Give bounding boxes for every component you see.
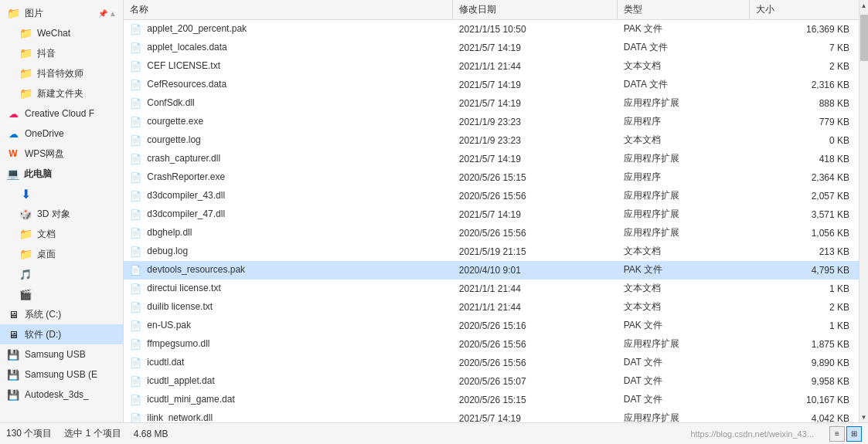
- table-row[interactable]: 📄 duilib license.txt 2021/1/1 21:44 文本文档…: [124, 298, 859, 317]
- file-name-cell: 📄 CEF LICENSE.txt: [124, 57, 453, 76]
- file-type-cell: PAK 文件: [618, 20, 749, 39]
- file-type-cell: 文本文档: [618, 131, 749, 150]
- file-date-cell: 2021/5/7 14:19: [453, 409, 618, 423]
- view-mode-buttons: ≡ ⊞: [829, 426, 862, 442]
- file-type-cell: 文本文档: [618, 298, 749, 317]
- video-icon: 🎬: [19, 287, 32, 301]
- view-detail-button[interactable]: ⊞: [846, 426, 862, 442]
- file-type-icon: 📄: [130, 246, 141, 257]
- table-row[interactable]: 📄 icudtl_applet.dat 2020/5/26 15:07 DAT …: [124, 372, 859, 391]
- file-name: ilink_network.dll: [147, 412, 213, 422]
- file-type-cell: DAT 文件: [618, 391, 749, 409]
- table-row[interactable]: 📄 courgette.exe 2021/1/9 23:23 应用程序 779 …: [124, 113, 859, 131]
- scroll-track[interactable]: [859, 11, 869, 412]
- sidebar: 📁 图片 📌 ▲ 📁 WeChat 📁 抖音 📁 抖音特效师 📁 新建文件夹 ☁…: [0, 0, 124, 422]
- sidebar-item-douyin-effect[interactable]: 📁 抖音特效师: [0, 63, 123, 83]
- sidebar-item-label: 文档: [37, 228, 56, 241]
- sidebar-item-samsung-usb[interactable]: 💾 Samsung USB: [0, 344, 123, 364]
- table-row[interactable]: 📄 courgette.log 2021/1/9 23:23 文本文档 0 KB: [124, 131, 859, 150]
- file-name-cell: 📄 ilink_network.dll: [124, 409, 453, 423]
- table-row[interactable]: 📄 en-US.pak 2020/5/26 15:16 PAK 文件 1 KB: [124, 317, 859, 335]
- table-row[interactable]: 📄 CrashReporter.exe 2020/5/26 15:15 应用程序…: [124, 168, 859, 187]
- table-row[interactable]: 📄 dbghelp.dll 2020/5/26 15:56 应用程序扩展 1,0…: [124, 224, 859, 242]
- main-container: 📁 图片 📌 ▲ 📁 WeChat 📁 抖音 📁 抖音特效师 📁 新建文件夹 ☁…: [0, 0, 868, 422]
- sidebar-item-desktop[interactable]: 📁 桌面: [0, 244, 123, 264]
- file-type-cell: 应用程序扩展: [618, 224, 749, 242]
- sidebar-section-this-pc[interactable]: 💻 此电脑: [0, 164, 123, 184]
- file-name-cell: 📄 en-US.pak: [124, 317, 453, 335]
- sidebar-item-software-d[interactable]: 🖥 软件 (D:): [0, 324, 123, 344]
- scroll-thumb[interactable]: [860, 15, 868, 61]
- sidebar-item-music[interactable]: 🎵: [0, 264, 123, 284]
- sidebar-item-3d-objects[interactable]: 🎲 3D 对象: [0, 204, 123, 224]
- file-type-cell: 应用程序: [618, 113, 749, 131]
- sidebar-item-wps-cloud[interactable]: W WPS网盘: [0, 144, 123, 164]
- file-type-cell: DAT 文件: [618, 372, 749, 391]
- table-row[interactable]: 📄 CEF LICENSE.txt 2021/1/1 21:44 文本文档 2 …: [124, 57, 859, 76]
- col-header-date[interactable]: 修改日期: [453, 0, 618, 20]
- table-row[interactable]: 📄 ConfSdk.dll 2021/5/7 14:19 应用程序扩展 888 …: [124, 94, 859, 113]
- sidebar-item-creative-cloud[interactable]: ☁ Creative Cloud F: [0, 103, 123, 124]
- sidebar-item-label: 抖音特效师: [37, 67, 83, 80]
- sidebar-item-label: WPS网盘: [25, 147, 64, 161]
- file-name-cell: 📄 courgette.log: [124, 131, 453, 150]
- usb-drive-icon: 💾: [6, 347, 20, 361]
- sidebar-item-label: Creative Cloud F: [25, 108, 94, 119]
- file-date-cell: 2021/1/9 23:23: [453, 113, 618, 131]
- table-row[interactable]: 📄 ffmpegsumo.dll 2020/5/26 15:56 应用程序扩展 …: [124, 335, 859, 354]
- sidebar-item-autodesk[interactable]: 💾 Autodesk_3ds_: [0, 385, 123, 405]
- sidebar-item-video[interactable]: 🎬: [0, 284, 123, 304]
- right-scrollbar[interactable]: ▲ ▼: [859, 0, 868, 422]
- view-list-button[interactable]: ≡: [829, 426, 845, 442]
- file-type-cell: 应用程序扩展: [618, 150, 749, 168]
- table-row[interactable]: 📄 applet_locales.data 2021/5/7 14:19 DAT…: [124, 39, 859, 57]
- file-name: applet_locales.data: [147, 42, 226, 53]
- file-type-cell: DATA 文件: [618, 39, 749, 57]
- file-name-cell: 📄 icudtl.dat: [124, 354, 453, 372]
- col-header-size[interactable]: 大小: [749, 0, 859, 20]
- file-type-icon: 📄: [130, 228, 141, 239]
- sidebar-item-onedrive[interactable]: ☁ OneDrive: [0, 124, 123, 144]
- sidebar-item-system-c[interactable]: 🖥 系统 (C:): [0, 304, 123, 324]
- file-name-cell: 📄 ffmpegsumo.dll: [124, 335, 453, 354]
- col-header-name[interactable]: 名称: [124, 0, 453, 20]
- table-row[interactable]: 📄 icudtl.dat 2020/5/26 15:56 DAT 文件 9,89…: [124, 354, 859, 372]
- table-row[interactable]: 📄 debug.log 2021/5/19 21:15 文本文档 213 KB: [124, 242, 859, 261]
- sidebar-item-pictures[interactable]: 📁 图片 📌 ▲: [0, 3, 123, 23]
- table-row[interactable]: 📄 crash_capturer.dll 2021/5/7 14:19 应用程序…: [124, 150, 859, 168]
- sidebar-item-label: WeChat: [37, 28, 70, 39]
- sidebar-item-douyin[interactable]: 📁 抖音: [0, 43, 123, 63]
- table-row[interactable]: 📄 CefResources.data 2021/5/7 14:19 DATA …: [124, 76, 859, 94]
- content-area: 名称 修改日期 类型 大小 📄 applet_200_percent.pak 2…: [124, 0, 859, 422]
- file-type-cell: DATA 文件: [618, 76, 749, 94]
- table-row[interactable]: 📄 directui license.txt 2021/1/1 21:44 文本…: [124, 280, 859, 298]
- file-name: directui license.txt: [147, 283, 220, 293]
- pin-icon: 📌: [98, 9, 107, 18]
- file-size-cell: 2,316 KB: [749, 76, 859, 94]
- file-date-cell: 2020/5/26 15:56: [453, 187, 618, 205]
- col-header-type[interactable]: 类型: [618, 0, 749, 20]
- table-row[interactable]: 📄 icudtl_mini_game.dat 2020/5/26 15:15 D…: [124, 391, 859, 409]
- file-name: courgette.exe: [147, 116, 203, 127]
- table-row[interactable]: 📄 d3dcompiler_43.dll 2020/5/26 15:56 应用程…: [124, 187, 859, 205]
- file-type-icon: 📄: [130, 283, 141, 294]
- selected-count: 选中 1 个项目: [64, 427, 121, 440]
- scroll-down-arrow[interactable]: ▼: [859, 412, 869, 422]
- sidebar-item-new-folder[interactable]: 📁 新建文件夹: [0, 83, 123, 103]
- sidebar-item-downloads[interactable]: ⬇: [0, 184, 123, 204]
- table-row[interactable]: 📄 devtools_resources.pak 2020/4/10 9:01 …: [124, 261, 859, 280]
- file-date-cell: 2021/5/19 21:15: [453, 242, 618, 261]
- file-type-icon: 📄: [130, 413, 141, 422]
- sidebar-item-wechat[interactable]: 📁 WeChat: [0, 23, 123, 43]
- file-date-cell: 2021/1/1 21:44: [453, 298, 618, 317]
- sidebar-item-documents[interactable]: 📁 文档: [0, 224, 123, 244]
- scroll-up-arrow[interactable]: ▲: [859, 0, 869, 11]
- status-bar: 130 个项目 选中 1 个项目 4.68 MB https://blog.cs…: [0, 422, 868, 444]
- file-name-cell: 📄 d3dcompiler_47.dll: [124, 205, 453, 224]
- table-row[interactable]: 📄 d3dcompiler_47.dll 2021/5/7 14:19 应用程序…: [124, 205, 859, 224]
- sidebar-item-samsung-usb-e[interactable]: 💾 Samsung USB (E: [0, 364, 123, 385]
- wps-icon: W: [6, 147, 20, 161]
- table-row[interactable]: 📄 applet_200_percent.pak 2021/1/15 10:50…: [124, 20, 859, 39]
- file-list[interactable]: 名称 修改日期 类型 大小 📄 applet_200_percent.pak 2…: [124, 0, 859, 422]
- table-row[interactable]: 📄 ilink_network.dll 2021/5/7 14:19 应用程序扩…: [124, 409, 859, 423]
